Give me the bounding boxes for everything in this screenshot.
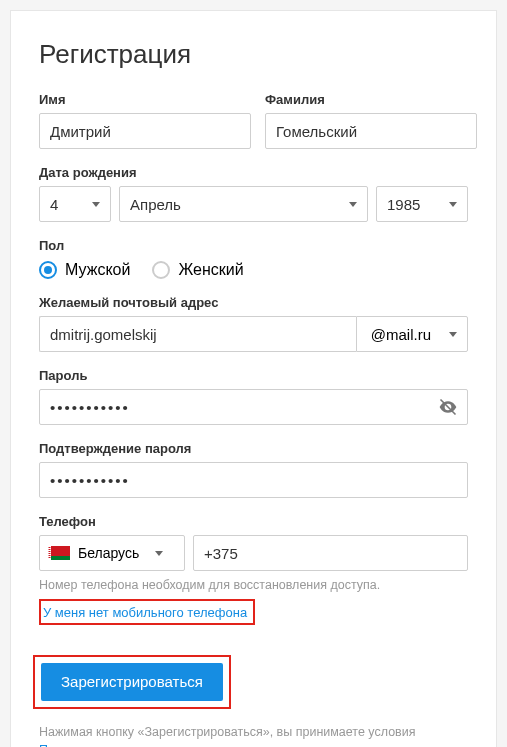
gender-female-radio[interactable]: Женский [152,261,243,279]
dob-month-select[interactable]: Апрель [119,186,368,222]
dob-year-select[interactable]: 1985 [376,186,468,222]
dob-day-value: 4 [50,196,58,213]
chevron-down-icon [92,202,100,207]
page-title: Регистрация [39,39,468,70]
radio-icon [152,261,170,279]
dob-day-select[interactable]: 4 [39,186,111,222]
password-confirm-label: Подтверждение пароля [39,441,468,456]
phone-country-select[interactable]: Беларусь [39,535,185,571]
gender-male-radio[interactable]: Мужской [39,261,130,279]
phone-label: Телефон [39,514,468,529]
dob-month-value: Апрель [130,196,181,213]
svg-rect-5 [49,551,51,552]
svg-rect-6 [49,553,51,554]
terms-prefix: Нажимая кнопку «Зарегистрироваться», вы … [39,725,416,739]
no-phone-link[interactable]: У меня нет мобильного телефона [43,605,247,620]
svg-rect-4 [49,549,51,550]
password-input[interactable] [39,389,468,425]
terms-text: Нажимая кнопку «Зарегистрироваться», вы … [39,723,468,748]
svg-rect-3 [49,547,51,548]
chevron-down-icon [449,202,457,207]
email-domain-value: @mail.ru [371,326,431,343]
terms-link[interactable]: Пользовательского соглашения [39,743,223,747]
name-row: Имя Фамилия [39,92,468,165]
phone-hint: Номер телефона необходим для восстановле… [39,577,468,595]
chevron-down-icon [449,332,457,337]
svg-rect-8 [49,557,51,558]
gender-male-label: Мужской [65,261,130,279]
eye-off-icon[interactable] [438,397,458,417]
dob-year-value: 1985 [387,196,420,213]
flag-by-icon [48,546,70,560]
password-confirm-input[interactable] [39,462,468,498]
last-name-input[interactable] [265,113,477,149]
phone-country-value: Беларусь [78,545,139,561]
first-name-label: Имя [39,92,251,107]
chevron-down-icon [155,551,163,556]
no-phone-highlight: У меня нет мобильного телефона [39,599,255,625]
email-user-input[interactable] [39,316,356,352]
submit-button[interactable]: Зарегистрироваться [41,663,223,701]
gender-label: Пол [39,238,468,253]
gender-female-label: Женский [178,261,243,279]
email-domain-select[interactable]: @mail.ru [356,316,468,352]
phone-input[interactable] [193,535,468,571]
submit-highlight: Зарегистрироваться [33,655,231,709]
last-name-label: Фамилия [265,92,477,107]
radio-icon [39,261,57,279]
first-name-input[interactable] [39,113,251,149]
email-label: Желаемый почтовый адрес [39,295,468,310]
password-label: Пароль [39,368,468,383]
chevron-down-icon [349,202,357,207]
svg-rect-1 [48,556,70,560]
dob-label: Дата рождения [39,165,468,180]
svg-rect-7 [49,555,51,556]
registration-card: Регистрация Имя Фамилия Дата рождения 4 … [10,10,497,747]
